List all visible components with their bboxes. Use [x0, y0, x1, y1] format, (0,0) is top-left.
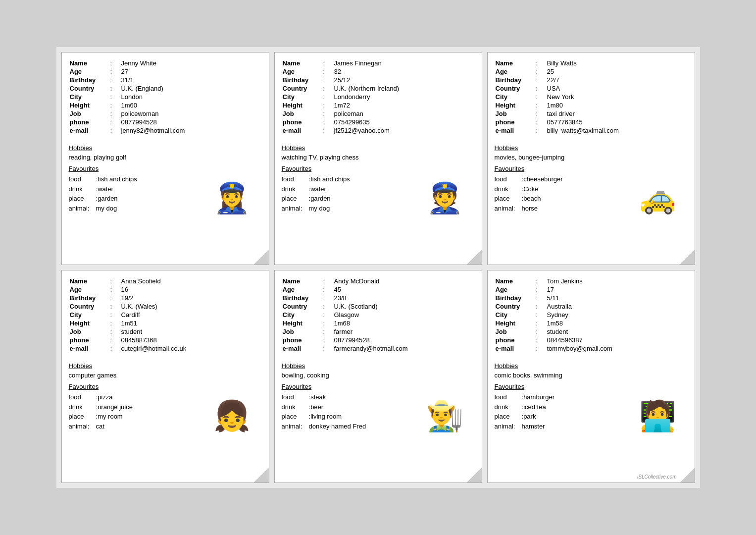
fav-food-value: pizza — [98, 392, 202, 402]
fav-drink-value: iced tea — [523, 402, 628, 412]
fav-animal-label: animal: — [495, 204, 522, 214]
field-value-job: student — [547, 328, 687, 335]
field-value-phone: 0754299635 — [334, 118, 474, 126]
fav-place-value: beach — [523, 194, 628, 204]
field-label-age: Age — [496, 68, 535, 75]
field-label-job: Job — [70, 110, 109, 117]
field-label-birthday: Birthday — [70, 76, 109, 84]
field-label-job: Job — [283, 328, 322, 335]
fav-animal-label: animal: — [282, 204, 309, 214]
fav-animal-value: donkey named Fred — [309, 422, 415, 431]
card-text-area: Hobbies watching TV, playing chess Favou… — [282, 140, 415, 213]
fav-place: place : beach — [495, 194, 628, 204]
field-value-phone: 0577763845 — [547, 118, 687, 126]
card-andy: Name : Andy McDonald Age : 45 Birthday :… — [274, 270, 482, 483]
card-jenny: Name : Jenny White Age : 27 Birthday : 3… — [61, 52, 269, 265]
favourites-block: food : pizza drink : orange juice place … — [69, 392, 202, 431]
field-colon-city: : — [323, 311, 333, 319]
field-colon-job: : — [323, 110, 333, 117]
fav-food-label: food — [495, 174, 522, 184]
page: Name : Jenny White Age : 27 Birthday : 3… — [56, 47, 700, 488]
field-label-height: Height — [70, 102, 109, 109]
fav-food-value: cheeseburger — [523, 174, 628, 184]
field-label-country: Country — [70, 303, 109, 310]
field-label-phone: phone — [283, 336, 322, 344]
field-colon-job: : — [536, 328, 546, 335]
field-label-age: Age — [283, 286, 322, 293]
field-value-name: Billy Watts — [547, 59, 687, 67]
card-text-area: Hobbies bowling, cooking Favourites food… — [282, 358, 415, 431]
field-colon-country: : — [536, 303, 546, 310]
field-colon-height: : — [323, 320, 333, 327]
field-label-email: e-mail — [70, 127, 109, 134]
field-label-phone: phone — [496, 118, 535, 126]
fav-drink-value: Coke — [523, 184, 628, 194]
field-value-name: Jenny White — [121, 59, 261, 67]
card-image-area: 🚕 — [628, 178, 688, 213]
card-image-area: 👨‍🌾 — [415, 396, 475, 431]
field-colon-email: : — [536, 345, 546, 352]
card-image-area: 👮‍♀️ — [202, 178, 262, 213]
fav-food-label: food — [282, 174, 309, 184]
field-value-age: 25 — [547, 68, 687, 75]
card-text-area: Hobbies reading, playing golf Favourites… — [69, 140, 202, 213]
card-lower: Hobbies bowling, cooking Favourites food… — [282, 358, 475, 431]
card-image-area: 👮 — [415, 178, 475, 213]
field-colon-city: : — [110, 311, 120, 319]
fav-animal-value: my dog — [309, 204, 415, 214]
hobbies-text: movies, bungee-jumping — [495, 154, 628, 161]
field-value-name: Anna Scofield — [121, 277, 261, 285]
favourites-title: Favourites — [282, 383, 415, 390]
field-colon-name: : — [323, 59, 333, 67]
field-label-birthday: Birthday — [283, 294, 322, 302]
field-colon-birthday: : — [323, 294, 333, 302]
fav-drink: drink : beer — [282, 402, 415, 412]
field-colon-job: : — [323, 328, 333, 335]
field-colon-city: : — [536, 311, 546, 319]
field-label-email: e-mail — [283, 127, 322, 134]
field-value-birthday: 25/12 — [334, 76, 474, 84]
illustration-james: 👮 — [426, 183, 463, 213]
hobbies-title: Hobbies — [495, 144, 628, 152]
field-value-height: 1m68 — [334, 320, 474, 327]
card-lower: Hobbies comic books, swimming Favourites… — [495, 358, 688, 431]
fav-animal-value: hamster — [522, 422, 628, 431]
field-label-age: Age — [283, 68, 322, 75]
field-label-age: Age — [70, 68, 109, 75]
field-value-country: U.K. (Wales) — [121, 303, 261, 310]
fav-drink-value: water — [310, 184, 415, 194]
field-value-phone: 0877994528 — [334, 336, 474, 344]
field-label-name: Name — [496, 277, 535, 285]
card-image-area: 🧑‍💻 — [628, 396, 688, 431]
field-value-height: 1m80 — [547, 102, 687, 109]
fav-animal-value: cat — [96, 422, 202, 431]
field-value-age: 16 — [121, 286, 261, 293]
fav-drink-label: drink — [69, 184, 96, 194]
field-value-age: 27 — [121, 68, 261, 75]
field-label-age: Age — [496, 286, 535, 293]
field-label-email: e-mail — [496, 127, 535, 134]
fav-food: food : hamburger — [495, 392, 628, 402]
field-value-age: 45 — [334, 286, 474, 293]
fav-place: place : my room — [69, 412, 202, 422]
card-tom: Name : Tom Jenkins Age : 17 Birthday : 5… — [487, 270, 695, 483]
field-colon-name: : — [110, 277, 120, 285]
fav-animal: animal: my dog — [282, 204, 415, 214]
field-colon-job: : — [536, 110, 546, 117]
field-colon-name: : — [323, 277, 333, 285]
fav-animal: animal: my dog — [69, 204, 202, 214]
illustration-jenny: 👮‍♀️ — [213, 183, 251, 213]
card-lower: Hobbies movies, bungee-jumping Favourite… — [495, 140, 688, 213]
field-value-email: cutegirl@hotmail.co.uk — [121, 345, 261, 352]
field-label-name: Name — [70, 59, 109, 67]
field-label-name: Name — [283, 277, 322, 285]
hobbies-title: Hobbies — [282, 144, 415, 152]
field-label-job: Job — [283, 110, 322, 117]
fav-animal-label: animal: — [69, 204, 96, 214]
field-value-age: 17 — [547, 286, 687, 293]
field-value-birthday: 5/11 — [547, 294, 687, 302]
field-colon-phone: : — [323, 336, 333, 344]
fav-food-label: food — [495, 392, 522, 402]
field-value-name: Tom Jenkins — [547, 277, 687, 285]
field-value-city: London — [121, 93, 261, 101]
